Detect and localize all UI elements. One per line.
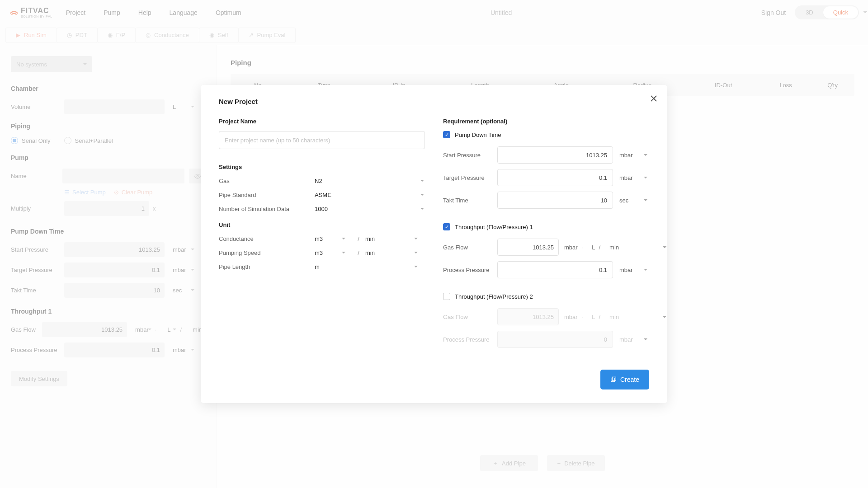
- pipe-length-label: Pipe Length: [219, 263, 315, 270]
- settings-subtitle: Settings: [219, 164, 425, 170]
- pumping-speed-label: Pumping Speed: [219, 249, 315, 256]
- close-icon[interactable]: [650, 95, 657, 104]
- sim-data-label: Number of Simulation Data: [219, 206, 315, 212]
- modal-proc-pressure-unit[interactable]: mbar: [619, 267, 647, 273]
- new-project-modal: New Project Project Name Settings Gas N2…: [201, 85, 667, 403]
- layers-icon: [610, 376, 617, 383]
- sim-data-select[interactable]: 1000: [315, 206, 425, 212]
- pdt-checkbox[interactable]: ✓: [443, 131, 450, 138]
- modal-takt-time-label: Takt Time: [443, 197, 497, 204]
- modal-target-pressure-label: Target Pressure: [443, 174, 497, 181]
- modal-proc-pressure-label: Process Pressure: [443, 267, 497, 273]
- modal-proc-pressure-input[interactable]: [497, 261, 613, 278]
- throughput1-checkbox[interactable]: ✓: [443, 223, 450, 230]
- gas-label: Gas: [219, 178, 315, 184]
- modal-proc-pressure2-label: Process Pressure: [443, 336, 497, 343]
- modal-overlay: New Project Project Name Settings Gas N2…: [0, 0, 868, 488]
- svg-rect-1: [611, 378, 615, 382]
- modal-proc-pressure2-unit: mbar: [619, 336, 647, 343]
- gas-flow2-L-select: L: [592, 314, 595, 320]
- gas-flow-mbar-select[interactable]: mbar: [564, 244, 578, 251]
- modal-target-pressure-unit[interactable]: mbar: [619, 174, 647, 181]
- throughput2-checkbox[interactable]: [443, 293, 450, 300]
- modal-start-pressure-label: Start Pressure: [443, 152, 497, 159]
- modal-target-pressure-input[interactable]: [497, 169, 613, 186]
- unit-subtitle: Unit: [219, 221, 425, 228]
- project-name-input[interactable]: [219, 131, 425, 149]
- modal-proc-pressure2-input: [497, 331, 613, 348]
- project-name-label: Project Name: [219, 118, 425, 125]
- gas-flow2-mbar-select: mbar: [564, 314, 578, 320]
- svg-rect-2: [612, 377, 616, 380]
- modal-gas-flow-label: Gas Flow: [443, 244, 497, 251]
- modal-gas-flow2-label: Gas Flow: [443, 314, 497, 320]
- gas-flow-min-select[interactable]: min: [609, 244, 619, 251]
- pumping-time-select[interactable]: min: [365, 249, 425, 256]
- modal-title: New Project: [219, 98, 649, 105]
- throughput1-label: Throughput (Flow/Pressure) 1: [455, 224, 533, 230]
- modal-gas-flow-input[interactable]: [497, 239, 559, 256]
- modal-takt-time-unit[interactable]: sec: [619, 197, 647, 204]
- create-button[interactable]: Create: [600, 370, 649, 389]
- throughput2-label: Throughput (Flow/Pressure) 2: [455, 293, 533, 300]
- pdt-check-label: Pump Down Time: [455, 131, 501, 138]
- requirement-label: Requirement (optional): [443, 118, 649, 125]
- conductance-time-select[interactable]: min: [365, 235, 425, 242]
- conductance-label: Conductance: [219, 235, 315, 242]
- modal-gas-flow2-input: [497, 308, 559, 325]
- pipe-standard-select[interactable]: ASME: [315, 192, 425, 198]
- gas-flow2-min-select: min: [609, 314, 619, 320]
- conductance-vol-select[interactable]: m3: [315, 235, 352, 242]
- gas-flow-L-select[interactable]: L: [592, 244, 595, 251]
- modal-start-pressure-unit[interactable]: mbar: [619, 152, 647, 159]
- modal-start-pressure-input[interactable]: [497, 146, 613, 164]
- pipe-length-select[interactable]: m: [315, 263, 425, 270]
- pumping-vol-select[interactable]: m3: [315, 249, 352, 256]
- pipe-standard-label: Pipe Standard: [219, 192, 315, 198]
- modal-takt-time-input[interactable]: [497, 192, 613, 209]
- gas-select[interactable]: N2: [315, 178, 425, 184]
